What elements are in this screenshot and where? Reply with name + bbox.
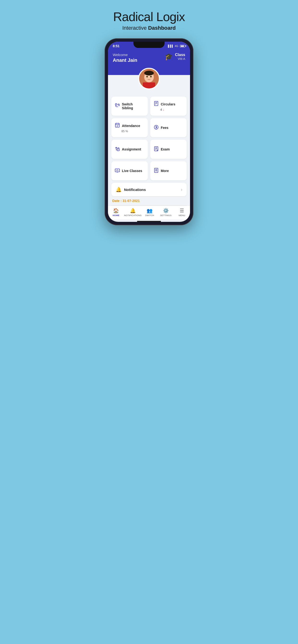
app-subtitle: Interactive Dashboard <box>113 25 185 31</box>
assignment-icon <box>115 146 120 152</box>
svg-point-5 <box>150 76 152 78</box>
menu-card-exam[interactable]: Exam <box>150 140 187 159</box>
menu-hamburger-icon: ☰ <box>180 208 184 214</box>
fees-label: Fees <box>161 126 169 130</box>
signal-bars-icon: ▌▌▌ <box>168 44 174 48</box>
user-info: Welcome Anant Jain <box>113 53 137 63</box>
exam-label: Exam <box>161 147 170 151</box>
switch-nav-label: SWITCH <box>145 214 154 216</box>
avatar-section <box>108 68 190 89</box>
class-info: 🎓 Class VIII A <box>165 53 185 60</box>
circulars-label: Circulars <box>161 102 175 106</box>
notif-left: 🔔 Notifications <box>116 187 146 192</box>
svg-rect-13 <box>115 124 119 128</box>
svg-point-2 <box>144 71 154 76</box>
menu-nav-label: MENU <box>179 214 185 216</box>
live-classes-label: Live Classes <box>122 169 142 173</box>
home-indicator-bar <box>137 221 161 222</box>
notifications-chevron-icon: › <box>181 187 182 192</box>
menu-card-live-classes[interactable]: Live Classes <box>111 161 148 180</box>
notifications-nav-label: NOTIFICATIONS <box>124 214 141 216</box>
menu-card-more[interactable]: More <box>150 161 187 180</box>
avatar <box>139 69 159 88</box>
date-row: Date : 31-07-2021 <box>111 196 187 206</box>
circulars-count: 4 ↓ <box>160 108 183 112</box>
home-icon: 🏠 <box>113 208 119 214</box>
live-classes-icon <box>115 168 120 174</box>
nav-item-notifications[interactable]: 🔔 NOTIFICATIONS <box>124 208 141 216</box>
phone-frame: 8:51 ▌▌▌ 4G Welcome Anant Jain 🎓 Class V… <box>105 38 193 225</box>
fees-icon <box>154 124 159 131</box>
notifications-bell-icon: 🔔 <box>116 187 122 192</box>
attendance-icon <box>115 122 120 129</box>
count-number: 4 <box>160 108 162 112</box>
notifications-label: Notifications <box>124 188 146 192</box>
bottom-nav: 🏠 HOME 🔔 NOTIFICATIONS 👥 SWITCH ⚙️ SETTI… <box>108 206 190 220</box>
content-area: Switch Sibling Circular <box>108 87 190 206</box>
nav-item-home[interactable]: 🏠 HOME <box>108 208 124 216</box>
exam-icon <box>154 146 159 152</box>
svg-rect-18 <box>117 149 119 150</box>
svg-point-7 <box>118 104 119 105</box>
status-time: 8:51 <box>113 44 119 48</box>
menu-card-circulars[interactable]: Circulars 4 ↓ <box>150 96 187 116</box>
menu-card-fees[interactable]: Fees <box>150 118 187 137</box>
class-label: Class <box>175 53 185 57</box>
count-down-arrow-icon: ↓ <box>163 108 164 112</box>
welcome-label: Welcome <box>113 53 137 57</box>
switch-sibling-icon <box>115 103 120 110</box>
menu-card-assignment[interactable]: Assignment <box>111 140 148 159</box>
settings-nav-label: SETTINGS <box>160 214 171 216</box>
menu-card-switch-sibling[interactable]: Switch Sibling <box>111 96 148 116</box>
menu-card-attendance[interactable]: Attendance 85 % <box>111 118 148 137</box>
nav-item-switch[interactable]: 👥 SWITCH <box>141 208 158 216</box>
status-icons: ▌▌▌ 4G <box>168 44 185 48</box>
class-icon: 🎓 <box>165 53 173 60</box>
switch-icon: 👥 <box>146 208 153 214</box>
attendance-label: Attendance <box>122 124 140 128</box>
svg-point-4 <box>146 76 148 78</box>
page-header: Radical Logix Interactive Dashboard <box>113 10 185 31</box>
notifications-row[interactable]: 🔔 Notifications › <box>111 183 187 196</box>
nav-item-menu[interactable]: ☰ MENU <box>174 208 190 216</box>
attendance-sub: 85 % <box>121 130 144 133</box>
switch-sibling-label: Switch Sibling <box>122 102 144 110</box>
settings-gear-icon: ⚙️ <box>163 208 169 214</box>
date-text: Date : 31-07-2021 <box>112 199 140 203</box>
menu-grid: Switch Sibling Circular <box>111 96 187 180</box>
status-bar: 8:51 ▌▌▌ 4G <box>108 42 190 49</box>
svg-rect-6 <box>115 104 117 105</box>
nav-item-settings[interactable]: ⚙️ SETTINGS <box>158 208 174 216</box>
nav-bell-icon: 🔔 <box>130 208 136 214</box>
battery-fill <box>181 46 184 47</box>
circulars-icon <box>154 101 159 107</box>
user-name: Anant Jain <box>113 58 137 63</box>
svg-rect-3 <box>143 82 155 88</box>
home-label: HOME <box>113 214 119 216</box>
class-value: VIII A <box>175 57 185 60</box>
avatar-container <box>138 68 160 89</box>
assignment-label: Assignment <box>122 147 141 151</box>
app-title: Radical Logix <box>113 10 185 24</box>
signal-type: 4G <box>175 44 178 48</box>
battery-icon <box>180 45 185 48</box>
more-icon <box>154 168 159 174</box>
class-text: Class VIII A <box>175 53 185 60</box>
notch <box>133 42 165 48</box>
more-label: More <box>161 169 169 173</box>
phone-screen: 8:51 ▌▌▌ 4G Welcome Anant Jain 🎓 Class V… <box>108 42 190 222</box>
